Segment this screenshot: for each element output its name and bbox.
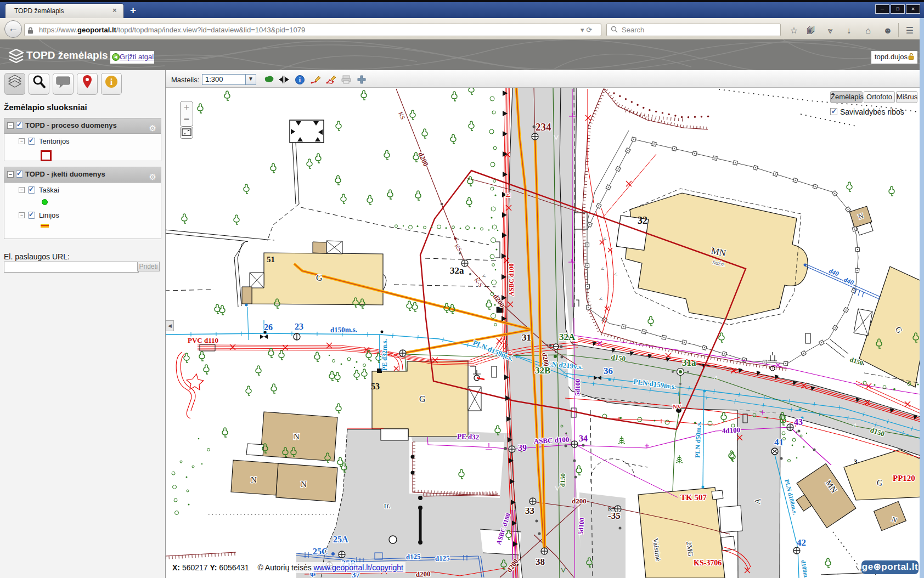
svg-text:>: > — [551, 135, 561, 140]
svg-text:26: 26 — [264, 322, 273, 332]
svg-text:25A: 25A — [333, 535, 348, 544]
svg-text:32A: 32A — [559, 332, 576, 342]
svg-text:-35: -35 — [608, 511, 621, 521]
svg-text:d108m...: d108m... — [800, 559, 810, 578]
svg-text:36: 36 — [604, 366, 613, 376]
svg-text:34: 34 — [579, 434, 588, 443]
svg-text:E: E — [504, 193, 512, 197]
svg-text:PLN d108m.s.: PLN d108m.s. — [784, 479, 799, 515]
svg-text:KS: KS — [453, 242, 463, 252]
svg-text:41: 41 — [774, 437, 784, 447]
svg-text:4d100: 4d100 — [722, 426, 740, 435]
svg-text:<: < — [598, 295, 604, 302]
svg-text:d200: d200 — [415, 570, 430, 578]
svg-text:5d100: 5d100 — [577, 517, 586, 535]
svg-text:d40: d40 — [828, 267, 840, 278]
svg-text:23: 23 — [295, 322, 303, 331]
svg-text:PLN d50m.s.: PLN d50m.s. — [694, 421, 702, 458]
svg-text:PE d32: PE d32 — [457, 432, 480, 441]
svg-text:<: < — [481, 272, 487, 279]
svg-text:i: i — [110, 77, 113, 87]
svg-text:32: 32 — [638, 215, 647, 226]
svg-text:43: 43 — [794, 417, 803, 427]
svg-text:5d100: 5d100 — [573, 379, 582, 396]
svg-text:38: 38 — [536, 557, 545, 567]
svg-text:31: 31 — [522, 332, 531, 343]
svg-text:d150m.s.: d150m.s. — [330, 325, 357, 334]
svg-text:32a: 32a — [450, 265, 464, 276]
svg-text:G: G — [419, 394, 426, 404]
svg-text:d125: d125 — [406, 552, 421, 561]
svg-text:tr.: tr. — [384, 501, 391, 510]
svg-text:33: 33 — [525, 506, 534, 516]
svg-text:d150: d150 — [559, 473, 567, 487]
svg-text:N: N — [294, 432, 300, 441]
svg-text:PP120: PP120 — [893, 474, 915, 483]
svg-text:A: A — [753, 498, 762, 505]
svg-text:PE d32m.s.: PE d32m.s. — [381, 339, 388, 371]
svg-text:E: E — [506, 351, 514, 355]
svg-text:39: 39 — [518, 443, 527, 452]
svg-text:N: N — [251, 475, 257, 484]
svg-text:>: > — [558, 568, 568, 573]
svg-text:TK 507: TK 507 — [680, 493, 707, 502]
svg-text:KS-3706: KS-3706 — [694, 559, 722, 567]
svg-text:NV: NV — [673, 403, 681, 410]
svg-text:ASBC d100: ASBC d100 — [508, 263, 515, 296]
svg-text:51: 51 — [267, 255, 275, 264]
svg-text:234: 234 — [536, 121, 551, 133]
svg-text:53: 53 — [371, 382, 380, 391]
svg-text:25C: 25C — [313, 547, 328, 556]
svg-text:G: G — [316, 273, 323, 282]
svg-text:d200: d200 — [416, 151, 430, 168]
svg-text:3: 3 — [854, 457, 858, 466]
svg-text:^: ^ — [477, 358, 486, 369]
svg-text:N: N — [301, 480, 307, 489]
svg-text:d200: d200 — [572, 497, 587, 505]
svg-text:<: < — [600, 265, 605, 272]
svg-text:PVC d110: PVC d110 — [188, 336, 218, 344]
svg-text:31a: 31a — [682, 358, 696, 368]
svg-text:d125: d125 — [435, 554, 450, 563]
svg-text:42: 42 — [797, 537, 806, 548]
